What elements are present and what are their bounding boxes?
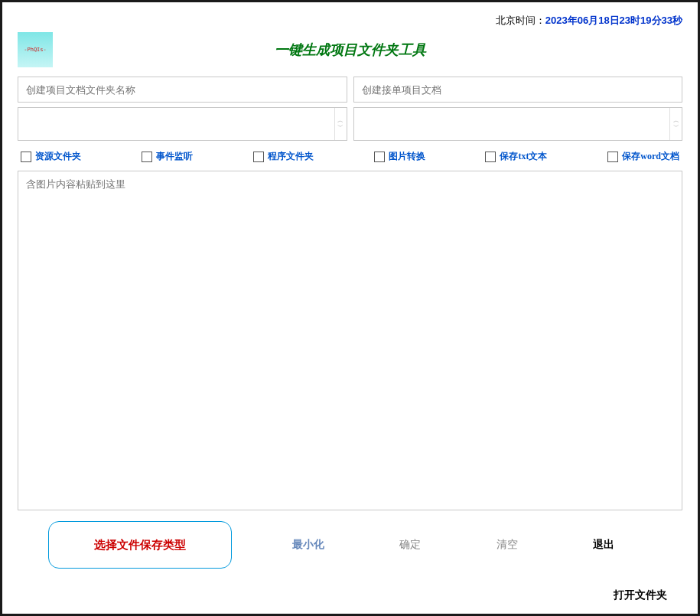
- clear-button[interactable]: 清空: [481, 538, 533, 552]
- app-logo-icon: -PhQIs-: [18, 32, 53, 67]
- logo-text: -PhQIs-: [24, 47, 47, 53]
- project-folder-name-input[interactable]: [18, 77, 347, 103]
- chevron-updown-icon[interactable]: ︿ ﹀: [334, 108, 347, 140]
- action-buttons-group: 最小化 确定 清空 退出: [232, 538, 652, 552]
- button-row-2: 打开文件夹: [18, 588, 682, 602]
- checkbox-label: 事件监听: [156, 150, 193, 163]
- checkbox-icon: [607, 152, 618, 162]
- input-row: [18, 77, 682, 103]
- checkbox-row: 资源文件夹 事件监听 程序文件夹 图片转换 保存txt文本 保存word文档: [18, 150, 682, 163]
- checkbox-label: 保存txt文本: [500, 150, 547, 163]
- app-title: 一键生成项目文件夹工具: [18, 41, 682, 59]
- confirm-button[interactable]: 确定: [384, 538, 436, 552]
- checkbox-icon: [253, 152, 264, 162]
- checkbox-program-folder[interactable]: 程序文件夹: [253, 150, 314, 163]
- content-textarea[interactable]: [18, 171, 682, 510]
- button-row-1: 选择文件保存类型 最小化 确定 清空 退出: [18, 521, 682, 569]
- minimize-button[interactable]: 最小化: [277, 538, 340, 552]
- checkbox-image-convert[interactable]: 图片转换: [374, 150, 425, 163]
- checkbox-label: 程序文件夹: [268, 150, 314, 163]
- time-label: 北京时间：: [496, 15, 545, 26]
- select-row: ︿ ﹀ ︿ ﹀: [18, 107, 682, 141]
- checkbox-label: 资源文件夹: [35, 150, 81, 163]
- chevron-down-icon: ﹀: [337, 125, 343, 129]
- checkbox-label: 图片转换: [389, 150, 425, 163]
- checkbox-save-txt[interactable]: 保存txt文本: [485, 150, 547, 163]
- header: -PhQIs- 一键生成项目文件夹工具: [18, 32, 682, 67]
- select-file-type-button[interactable]: 选择文件保存类型: [48, 521, 232, 569]
- open-folder-button[interactable]: 打开文件夹: [614, 588, 667, 602]
- checkbox-label: 保存word文档: [622, 150, 679, 163]
- checkbox-icon: [21, 152, 31, 162]
- receive-doc-input[interactable]: [353, 77, 683, 103]
- checkbox-icon: [485, 152, 496, 162]
- checkbox-resource-folder[interactable]: 资源文件夹: [21, 150, 81, 163]
- time-display: 北京时间：2023年06月18日23时19分33秒: [18, 14, 682, 28]
- checkbox-icon: [142, 152, 152, 162]
- checkbox-icon: [374, 152, 385, 162]
- chevron-down-icon: ﹀: [673, 125, 679, 129]
- left-select-value: [18, 108, 334, 140]
- main-window: 北京时间：2023年06月18日23时19分33秒 -PhQIs- 一键生成项目…: [0, 0, 700, 616]
- chevron-updown-icon[interactable]: ︿ ﹀: [669, 108, 682, 140]
- checkbox-event-listener[interactable]: 事件监听: [142, 150, 193, 163]
- left-select[interactable]: ︿ ﹀: [18, 107, 347, 141]
- time-value: 2023年06月18日23时19分33秒: [545, 15, 682, 26]
- checkbox-save-word[interactable]: 保存word文档: [607, 150, 679, 163]
- right-select[interactable]: ︿ ﹀: [353, 107, 683, 141]
- exit-button[interactable]: 退出: [578, 538, 630, 552]
- right-select-value: [354, 108, 670, 140]
